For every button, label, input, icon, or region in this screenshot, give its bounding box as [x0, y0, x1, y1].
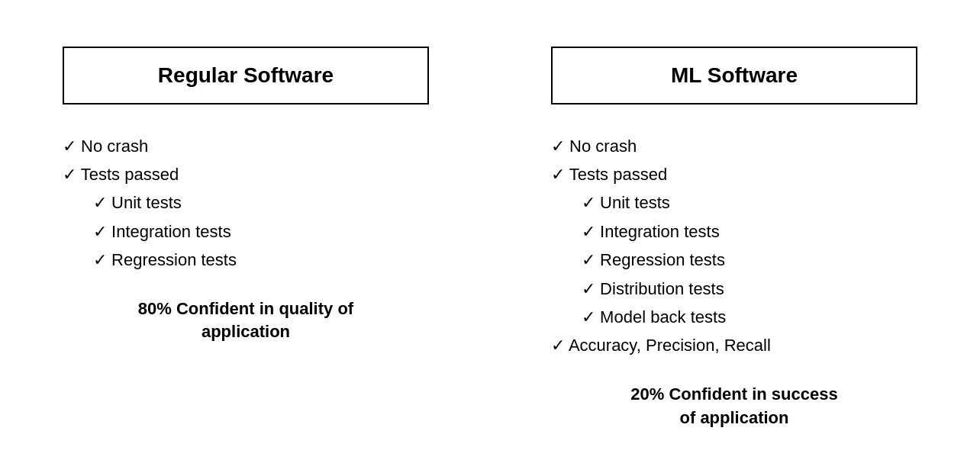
list-item: ✓ Tests passed [63, 160, 429, 188]
list-item: ✓ Model back tests [551, 303, 917, 331]
left-checklist: ✓ No crash✓ Tests passed✓ Unit tests✓ In… [63, 132, 429, 275]
list-item: ✓ No crash [551, 132, 917, 160]
right-title: ML Software [575, 63, 893, 88]
right-column: ML Software ✓ No crash✓ Tests passed✓ Un… [551, 47, 917, 430]
list-item: ✓ Integration tests [551, 217, 917, 246]
main-container: Regular Software ✓ No crash✓ Tests passe… [0, 16, 980, 461]
list-item: ✓ Integration tests [63, 217, 429, 246]
list-item: ✓ Tests passed [551, 160, 917, 188]
list-item: ✓ Accuracy, Precision, Recall [551, 331, 917, 359]
left-title: Regular Software [87, 63, 405, 88]
left-confidence: 80% Confident in quality ofapplication [63, 298, 429, 345]
list-item: ✓ Unit tests [551, 188, 917, 217]
list-item: ✓ Regression tests [63, 246, 429, 274]
list-item: ✓ Unit tests [63, 188, 429, 217]
list-item: ✓ No crash [63, 132, 429, 160]
left-header-box: Regular Software [63, 47, 429, 105]
right-checklist: ✓ No crash✓ Tests passed✓ Unit tests✓ In… [551, 132, 917, 360]
list-item: ✓ Regression tests [551, 246, 917, 274]
left-column: Regular Software ✓ No crash✓ Tests passe… [63, 47, 429, 345]
right-confidence: 20% Confident in successof application [551, 383, 917, 430]
right-header-box: ML Software [551, 47, 917, 105]
list-item: ✓ Distribution tests [551, 275, 917, 303]
